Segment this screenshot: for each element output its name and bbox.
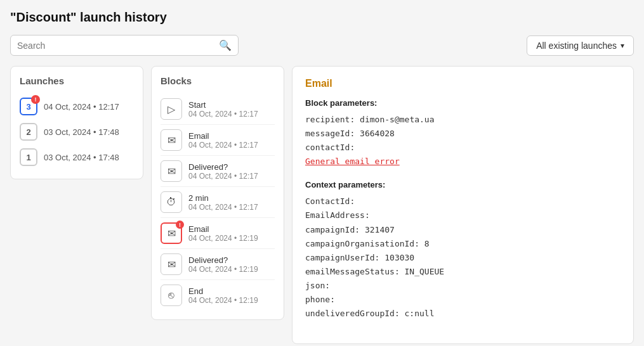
block-name: Start	[188, 100, 258, 110]
block-item[interactable]: ⎋End04 Oct, 2024 • 12:19	[161, 280, 275, 311]
block-date: 04 Oct, 2024 • 12:19	[188, 296, 258, 305]
block-icon: ⏱	[161, 191, 182, 213]
param-value: dimon-s@meta.ua	[360, 115, 434, 124]
param-key: messageId:	[305, 129, 355, 138]
block-name: Delivered?	[188, 255, 258, 265]
param-line: campaignOrganisationId: 8	[305, 237, 621, 251]
block-item[interactable]: ▷Start04 Oct, 2024 • 12:17	[161, 94, 275, 125]
block-item[interactable]: ✉!Email04 Oct, 2024 • 12:19	[161, 218, 275, 249]
block-name: Delivered?	[188, 162, 258, 172]
param-line: ContactId:	[305, 195, 621, 208]
param-line: phone:	[305, 293, 621, 307]
param-value: 3664028	[360, 129, 395, 138]
launch-number: 3!	[20, 98, 37, 115]
context-params-section: Context parameters: ContactId: EmailAddr…	[305, 180, 621, 321]
param-line: contactId:	[305, 141, 621, 155]
param-key: EmailAddress:	[305, 210, 370, 220]
param-line: undeliveredGroupId: c:null	[305, 307, 621, 321]
blocks-panel-title: Blocks	[161, 75, 275, 86]
block-item[interactable]: ✉Email04 Oct, 2024 • 12:17	[161, 125, 275, 156]
block-date: 04 Oct, 2024 • 12:19	[188, 234, 258, 243]
param-key: undeliveredGroupId:	[305, 309, 400, 318]
block-text: End04 Oct, 2024 • 12:19	[188, 286, 258, 305]
block-text: Delivered?04 Oct, 2024 • 12:17	[188, 162, 258, 181]
param-line: campaignUserId: 103030	[305, 251, 621, 265]
block-date: 04 Oct, 2024 • 12:17	[188, 203, 258, 212]
launch-date: 03 Oct, 2024 • 17:48	[44, 127, 119, 137]
launch-number: 2	[20, 123, 37, 141]
block-icon: ✉	[161, 160, 182, 182]
block-name: End	[188, 286, 258, 296]
block-item[interactable]: ✉Delivered?04 Oct, 2024 • 12:17	[161, 156, 275, 187]
launch-item[interactable]: 203 Oct, 2024 • 17:48	[20, 119, 134, 144]
param-line: recipient: dimon-s@meta.ua	[305, 113, 621, 127]
param-key: campaignOrganisationId:	[305, 239, 419, 248]
filter-label: All existing launches	[536, 41, 617, 51]
param-key: json:	[305, 281, 330, 290]
param-key: ContactId:	[305, 196, 355, 206]
param-key: recipient:	[305, 115, 355, 124]
block-icon: ▷	[161, 98, 182, 120]
param-value: 321407	[365, 225, 395, 234]
launch-item[interactable]: 103 Oct, 2024 • 17:48	[20, 144, 134, 170]
param-line: messageId: 3664028	[305, 127, 621, 141]
launches-panel: Launches 3!04 Oct, 2024 • 12:17203 Oct, …	[10, 66, 143, 179]
param-value: 103030	[384, 253, 414, 262]
param-key: phone:	[305, 295, 335, 304]
block-icon: ✉!	[161, 222, 182, 244]
param-key: campaignUserId:	[305, 253, 379, 262]
blocks-list: ▷Start04 Oct, 2024 • 12:17✉Email04 Oct, …	[161, 94, 275, 311]
error-value: General email error	[305, 157, 400, 166]
block-date: 04 Oct, 2024 • 12:17	[188, 110, 258, 119]
block-icon: ⎋	[161, 285, 182, 306]
param-line: emailMessageStatus: IN_QUEUE	[305, 265, 621, 279]
launch-date: 03 Oct, 2024 • 17:48	[44, 153, 119, 162]
param-line: json:	[305, 279, 621, 293]
top-bar: 🔍 All existing launches ▾	[10, 35, 634, 56]
search-button[interactable]: 🔍	[219, 39, 232, 51]
search-input[interactable]	[17, 41, 215, 51]
launches-list: 3!04 Oct, 2024 • 12:17203 Oct, 2024 • 17…	[20, 94, 134, 170]
context-params-lines: ContactId: EmailAddress: campaignId: 321…	[305, 195, 621, 321]
block-text: 2 min04 Oct, 2024 • 12:17	[188, 193, 258, 212]
block-params-label: Block parameters:	[305, 98, 621, 108]
blocks-panel: Blocks ▷Start04 Oct, 2024 • 12:17✉Email0…	[151, 66, 284, 320]
detail-panel: Email Block parameters: recipient: dimon…	[292, 66, 634, 344]
param-line: EmailAddress:	[305, 208, 621, 222]
context-params-label: Context parameters:	[305, 180, 621, 189]
block-date: 04 Oct, 2024 • 12:17	[188, 141, 258, 150]
detail-title: Email	[305, 78, 621, 89]
launch-date: 04 Oct, 2024 • 12:17	[44, 102, 119, 112]
block-text: Email04 Oct, 2024 • 12:17	[188, 131, 258, 150]
block-text: Delivered?04 Oct, 2024 • 12:19	[188, 255, 258, 274]
launch-number: 1	[20, 148, 37, 166]
block-text: Start04 Oct, 2024 • 12:17	[188, 100, 258, 119]
block-item[interactable]: ✉Delivered?04 Oct, 2024 • 12:19	[161, 249, 275, 280]
block-name: Email	[188, 131, 258, 141]
param-value: c:null	[405, 309, 435, 318]
main-layout: Launches 3!04 Oct, 2024 • 12:17203 Oct, …	[10, 66, 634, 344]
param-key: contactId:	[305, 143, 355, 152]
search-box: 🔍	[10, 35, 239, 56]
block-params-section: Block parameters: recipient: dimon-s@met…	[305, 98, 621, 169]
block-date: 04 Oct, 2024 • 12:17	[188, 172, 258, 181]
block-params-lines: recipient: dimon-s@meta.uamessageId: 366…	[305, 113, 621, 169]
block-name: Email	[188, 224, 258, 234]
error-badge: !	[31, 95, 40, 104]
launches-panel-title: Launches	[20, 75, 134, 86]
block-name: 2 min	[188, 193, 258, 203]
param-value: IN_QUEUE	[405, 267, 445, 276]
param-line: General email error	[305, 155, 621, 169]
block-date: 04 Oct, 2024 • 12:19	[188, 265, 258, 274]
param-key: emailMessageStatus:	[305, 267, 400, 276]
filter-button[interactable]: All existing launches ▾	[527, 35, 634, 56]
block-item[interactable]: ⏱2 min04 Oct, 2024 • 12:17	[161, 187, 275, 218]
param-line: campaignId: 321407	[305, 223, 621, 237]
param-value: 8	[424, 239, 430, 248]
param-key: campaignId:	[305, 225, 360, 234]
block-text: Email04 Oct, 2024 • 12:19	[188, 224, 258, 243]
launch-item[interactable]: 3!04 Oct, 2024 • 12:17	[20, 94, 134, 119]
page-title: "Discount" launch history	[10, 10, 634, 25]
error-dot: !	[176, 221, 184, 229]
block-icon: ✉	[161, 253, 182, 275]
